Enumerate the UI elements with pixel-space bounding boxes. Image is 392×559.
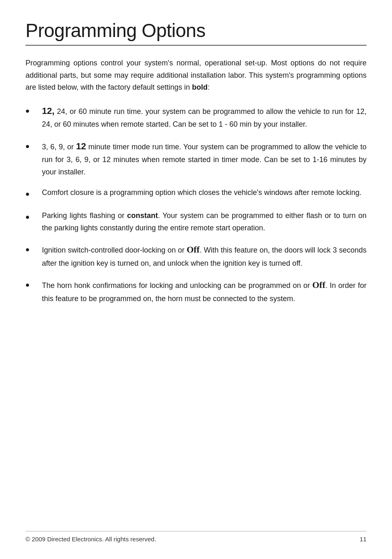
bullet-bold-number: 12 bbox=[76, 141, 86, 151]
list-item: • The horn honk confirmations for lockin… bbox=[25, 278, 367, 305]
intro-text-after-bold: : bbox=[208, 83, 210, 91]
page-title: Programming Options bbox=[25, 20, 367, 46]
bullet-dot: • bbox=[25, 104, 37, 118]
bullet-text: Parking lights flashing or constant. You… bbox=[42, 210, 367, 234]
bullet-bold-off: Off bbox=[312, 280, 325, 290]
bullet-dot: • bbox=[25, 139, 37, 154]
bullet-text: 3, 6, 9, or 12 minute timer mode run tim… bbox=[42, 139, 367, 179]
bullet-text: Ignition switch-controlled door-locking … bbox=[42, 242, 367, 269]
list-item: • Ignition switch-controlled door-lockin… bbox=[25, 242, 367, 269]
page-number: 11 bbox=[360, 536, 367, 543]
bullet-bold-word: constant bbox=[127, 211, 158, 220]
bullet-bold-off: Off bbox=[187, 244, 200, 255]
list-item: • 3, 6, 9, or 12 minute timer mode run t… bbox=[25, 139, 367, 179]
bullet-dot: • bbox=[25, 242, 37, 257]
bullet-text: Comfort closure is a programming option … bbox=[42, 187, 367, 199]
list-item: • Comfort closure is a programming optio… bbox=[25, 187, 367, 202]
bullet-text: The horn honk confirmations for locking … bbox=[42, 278, 367, 305]
intro-bold-word: bold bbox=[192, 83, 208, 91]
bullet-list: • 12, 24, or 60 minute run time. your sy… bbox=[25, 104, 367, 305]
page-footer: © 2009 Directed Electronics. All rights … bbox=[25, 531, 367, 543]
bullet-text: 12, 24, or 60 minute run time. your syst… bbox=[42, 104, 367, 131]
bullet-dot: • bbox=[25, 210, 37, 225]
bullet-dot: • bbox=[25, 278, 37, 292]
copyright-text: © 2009 Directed Electronics. All rights … bbox=[25, 536, 156, 543]
bullet-bold-number: 12, bbox=[42, 106, 55, 116]
intro-paragraph: Programming options control your system'… bbox=[25, 57, 367, 94]
page: Programming Options Programming options … bbox=[0, 0, 392, 559]
list-item: • Parking lights flashing or constant. Y… bbox=[25, 210, 367, 234]
list-item: • 12, 24, or 60 minute run time. your sy… bbox=[25, 104, 367, 131]
bullet-dot: • bbox=[25, 187, 37, 202]
